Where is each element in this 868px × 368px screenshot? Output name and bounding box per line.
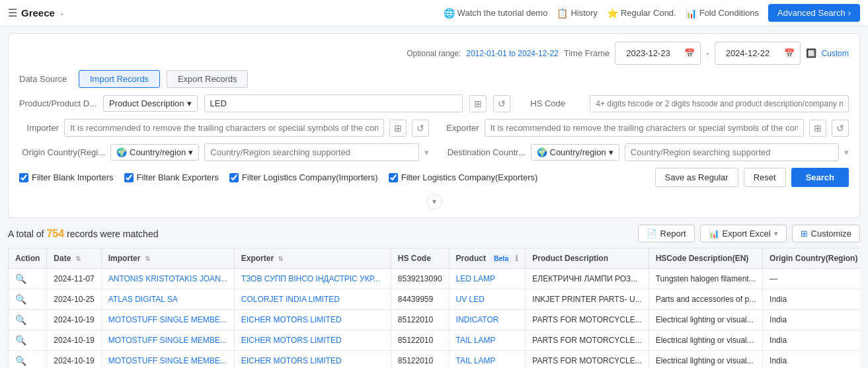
fold-conditions-link[interactable]: 📊 Fold Conditions (686, 8, 759, 18)
filter-blank-exporters-label[interactable]: Filter Blank Exporters (124, 172, 219, 182)
tutorial-link[interactable]: 🌐 Watch the tutorial demo (444, 8, 548, 18)
start-date-wrapper[interactable]: 📅 (615, 42, 701, 65)
row-exporter[interactable]: EICHER MOTORS LIMITED (241, 356, 342, 365)
end-date-input[interactable] (721, 45, 781, 61)
advanced-search-button[interactable]: Advanced Search › (768, 4, 860, 22)
history-link[interactable]: 📋 History (557, 8, 597, 18)
product-type-select[interactable]: Product Description ▾ (103, 95, 197, 112)
country-name[interactable]: Greece (21, 7, 55, 18)
product-scan-button[interactable]: ⊞ (469, 95, 487, 112)
history-text: History (571, 8, 597, 18)
filter-logistics-exporters-label[interactable]: Filter Logistics Company(Exporters) (389, 172, 538, 182)
product-select-chevron-icon: ▾ (187, 98, 192, 108)
exporter-scan-button[interactable]: ⊞ (809, 120, 826, 137)
date-sort-icon: ⇅ (75, 255, 81, 262)
row-product[interactable]: LED LAMP (456, 274, 495, 283)
filter-blank-exporters-checkbox[interactable] (124, 173, 134, 182)
row-importer[interactable]: MOTOSTUFF SINGLE MEMBE... (108, 315, 227, 324)
end-date-wrapper[interactable]: 📅 (715, 42, 801, 65)
table-header-row: Action Date ⇅ Importer ⇅ Exporter ⇅ HS C… (9, 248, 861, 269)
product-input[interactable] (204, 94, 463, 112)
star-icon: ⭐ (607, 8, 618, 18)
row-action-icon[interactable]: 🔍 (15, 274, 26, 284)
row-exporter[interactable]: EICHER MOTORS LIMITED (241, 336, 342, 345)
importer-label: Importer (19, 123, 59, 133)
reset-button[interactable]: Reset (744, 168, 786, 187)
globe-icon: 🌐 (444, 8, 455, 18)
th-exporter[interactable]: Exporter ⇅ (234, 248, 391, 269)
table-row: 🔍2024-11-07ANTONIS KRISTOTAKIS JOAN...ТЗ… (9, 269, 861, 289)
row-action-icon[interactable]: 🔍 (15, 335, 26, 346)
importer-input[interactable] (64, 119, 384, 137)
row-exporter[interactable]: EICHER MOTORS LIMITED (241, 315, 342, 324)
customize-button[interactable]: ⊞ Customize (792, 225, 860, 242)
filter-logistics-exporters-text: Filter Logistics Company(Exporters) (401, 172, 538, 182)
history-icon: 📋 (557, 8, 568, 18)
table-row: 🔍2024-10-19MOTOSTUFF SINGLE MEMBE...EICH… (9, 310, 861, 330)
row-date: 2024-10-19 (47, 351, 101, 369)
row-action-icon[interactable]: 🔍 (15, 355, 26, 366)
row-hscode-desc: Electrical lighting or visual... (649, 330, 762, 351)
product-refresh-button[interactable]: ↺ (493, 95, 510, 112)
search-button[interactable]: Search (791, 168, 849, 187)
dest-type-select[interactable]: 🌍 Country/region ▾ (531, 144, 619, 161)
filter-logistics-exporters-checkbox[interactable] (389, 173, 398, 182)
origin-type-select[interactable]: 🌍 Country/region ▾ (110, 144, 199, 161)
data-source-row: Data Source Import Records Export Record… (19, 70, 849, 88)
row-origin-country: India (763, 310, 860, 330)
customize-label: Customize (811, 229, 851, 239)
row-importer[interactable]: MOTOSTUFF SINGLE MEMBE... (108, 336, 227, 345)
th-date[interactable]: Date ⇅ (47, 248, 101, 269)
row-hscode: 8539213090 (391, 269, 449, 289)
row-action-icon[interactable]: 🔍 (15, 314, 26, 325)
exporter-input[interactable] (485, 119, 805, 137)
importer-scan-button[interactable]: ⊞ (389, 120, 407, 137)
save-as-regular-button[interactable]: Save as Regular (655, 168, 738, 187)
row-hscode: 84439959 (391, 289, 449, 310)
filter-logistics-importers-label[interactable]: Filter Logistics Company(Importers) (229, 172, 378, 182)
row-exporter[interactable]: ТЗОВ СУПП ВІНСО ІНДАСТРІС УКР... (241, 274, 380, 283)
collapse-button[interactable]: ▾ (426, 194, 442, 209)
row-hscode-desc: Electrical lighting or visual... (649, 351, 762, 369)
export-records-tab[interactable]: Export Records (167, 70, 249, 88)
customize-icon: ⊞ (801, 229, 808, 239)
import-records-tab[interactable]: Import Records (79, 70, 160, 88)
row-product[interactable]: TAIL LAMP (456, 336, 496, 345)
origin-dest-row: Origin Country(Regi... 🌍 Country/region … (19, 143, 849, 161)
row-product[interactable]: UV LED (456, 295, 485, 304)
importer-refresh-button[interactable]: ↺ (412, 120, 429, 137)
filter-blank-importers-checkbox[interactable] (19, 173, 28, 182)
country-chevron-icon[interactable]: ⌄ (59, 9, 65, 17)
hs-code-input[interactable] (590, 95, 849, 112)
row-importer[interactable]: MOTOSTUFF SINGLE MEMBE... (108, 356, 227, 365)
fold-icon: 📊 (686, 8, 697, 18)
row-exporter[interactable]: COLORJET INDIA LIMITED (241, 295, 340, 304)
filter-logistics-importers-checkbox[interactable] (229, 173, 239, 182)
export-excel-button[interactable]: 📊 Export Excel ▾ (700, 225, 787, 242)
exporter-sort-icon: ⇅ (278, 255, 283, 262)
filter-blank-importers-label[interactable]: Filter Blank Importers (19, 172, 114, 182)
row-action-icon[interactable]: 🔍 (15, 294, 26, 305)
regular-cond-link[interactable]: ⭐ Regular Cond. (607, 8, 676, 18)
start-date-input[interactable] (621, 45, 682, 61)
results-section: A total of 754 records were matched 📄 Re… (8, 225, 860, 368)
exporter-refresh-button[interactable]: ↺ (832, 120, 849, 137)
row-product-desc: ЕЛЕКТРИЧНІ ЛАМПИ РОЗ... (526, 269, 649, 289)
th-importer[interactable]: Importer ⇅ (101, 248, 234, 269)
row-product[interactable]: INDICATOR (456, 315, 499, 324)
row-importer[interactable]: ATLAS DIGITAL SA (108, 295, 178, 304)
dest-chevron-icon: ▾ (609, 147, 613, 157)
filter-blank-importers-text: Filter Blank Importers (32, 172, 114, 182)
custom-link[interactable]: Custom (822, 49, 849, 58)
product-info-icon[interactable]: ℹ (515, 254, 518, 263)
row-hscode-desc: Parts and accessories of p... (649, 289, 762, 310)
hamburger-icon[interactable]: ☰ (8, 7, 17, 19)
origin-search-input[interactable] (204, 143, 418, 161)
row-importer[interactable]: ANTONIS KRISTOTAKIS JOAN... (108, 274, 227, 283)
filter-row: Filter Blank Importers Filter Blank Expo… (19, 168, 849, 187)
row-product[interactable]: TAIL LAMP (456, 356, 496, 365)
report-button[interactable]: 📄 Report (638, 225, 695, 242)
dest-search-input[interactable] (625, 143, 839, 161)
product-select-value: Product Description (109, 98, 184, 108)
fold-conditions-text: Fold Conditions (699, 8, 759, 18)
